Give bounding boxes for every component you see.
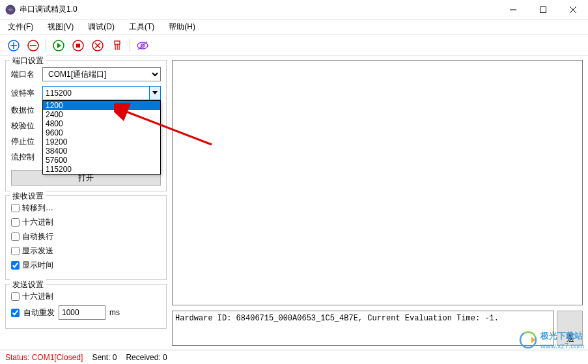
receive-output[interactable] (172, 60, 583, 305)
svg-rect-17 (115, 41, 120, 44)
send-hex-label: 十六进制 (22, 291, 53, 302)
send-hex-checkbox[interactable] (11, 292, 20, 301)
eye-icon[interactable] (134, 37, 151, 54)
recv-group-title: 接收设置 (10, 191, 46, 202)
menu-file[interactable]: 文件(F) (5, 20, 36, 34)
svg-marker-11 (57, 43, 61, 48)
remove-icon[interactable] (25, 37, 42, 54)
send-group-title: 发送设置 (10, 279, 46, 290)
right-panel: Hardware ID: 68406715_000A0653_1C5_4B7E,… (172, 56, 588, 350)
baud-option-38400[interactable]: 38400 (43, 147, 160, 156)
clear-icon[interactable] (109, 37, 126, 54)
redirect-label: 转移到… (22, 203, 53, 214)
minimize-button[interactable] (498, 0, 528, 20)
toolbar-separator (130, 39, 130, 52)
cancel-icon[interactable] (89, 37, 106, 54)
chevron-down-icon[interactable] (149, 86, 161, 100)
show-send-checkbox[interactable] (11, 247, 20, 255)
baud-option-4800[interactable]: 4800 (43, 119, 160, 128)
svg-rect-2 (540, 7, 546, 13)
toolbar-separator (46, 39, 46, 52)
auto-wrap-label: 自动换行 (22, 231, 53, 242)
show-time-label: 显示时间 (22, 260, 53, 271)
auto-resend-checkbox[interactable] (11, 309, 20, 317)
baud-rate-label: 波特率 (11, 88, 38, 99)
auto-wrap-checkbox[interactable] (11, 232, 20, 241)
status-port: Status: COM1[Closed] (5, 353, 83, 362)
recv-hex-label: 十六进制 (22, 217, 53, 228)
baud-option-115200[interactable]: 115200 (43, 165, 160, 174)
baud-rate-combo[interactable]: 115200 1200 2400 4800 9600 19200 38400 5… (42, 86, 161, 100)
baud-option-9600[interactable]: 9600 (43, 128, 160, 137)
menu-tools[interactable]: 工具(T) (126, 20, 157, 34)
data-bits-label: 数据位 (11, 105, 38, 116)
close-button[interactable] (558, 0, 588, 20)
resend-interval-input[interactable] (59, 305, 105, 320)
port-group-title: 端口设置 (10, 55, 46, 66)
port-name-select[interactable]: COM1[通信端口] (42, 67, 161, 81)
baud-option-2400[interactable]: 2400 (43, 110, 160, 119)
send-button[interactable]: 发送 (557, 311, 583, 346)
svg-rect-13 (76, 44, 80, 48)
send-textarea[interactable]: Hardware ID: 68406715_000A0653_1C5_4B7E,… (172, 311, 554, 346)
stop-bits-label: 停止位 (11, 136, 38, 147)
menu-debug[interactable]: 调试(D) (85, 20, 117, 34)
parity-label: 校验位 (11, 120, 38, 132)
menubar: 文件(F) 视图(V) 调试(D) 工具(T) 帮助(H) (0, 20, 588, 35)
status-sent: Sent: 0 (92, 353, 117, 362)
maximize-button[interactable] (528, 0, 558, 20)
menu-view[interactable]: 视图(V) (45, 20, 76, 34)
port-name-label: 端口名 (11, 69, 38, 80)
window-controls (498, 0, 588, 19)
show-send-label: 显示发送 (22, 245, 53, 257)
send-area: Hardware ID: 68406715_000A0653_1C5_4B7E,… (172, 311, 583, 346)
play-icon[interactable] (50, 37, 67, 54)
svg-marker-24 (152, 91, 158, 94)
add-icon[interactable] (5, 37, 22, 54)
baud-option-19200[interactable]: 19200 (43, 137, 160, 147)
recv-hex-checkbox[interactable] (11, 218, 20, 227)
baud-option-1200[interactable]: 1200 (43, 101, 160, 110)
auto-resend-label: 自动重发 (23, 307, 55, 318)
status-received: Received: 0 (126, 353, 167, 362)
port-settings-group: 端口设置 端口名 COM1[通信端口] 波特率 115200 1200 2400… (5, 60, 167, 191)
baud-option-57600[interactable]: 57600 (43, 156, 160, 165)
baud-rate-value: 115200 (46, 89, 72, 98)
window-title: 串口调试精灵1.0 (20, 4, 498, 15)
toolbar (0, 35, 588, 56)
titlebar: 串口调试精灵1.0 (0, 0, 588, 20)
baud-rate-dropdown: 1200 2400 4800 9600 19200 38400 57600 11… (42, 100, 161, 175)
left-panel: 端口设置 端口名 COM1[通信端口] 波特率 115200 1200 2400… (0, 56, 172, 350)
send-settings-group: 发送设置 十六进制 自动重发 ms (5, 284, 167, 329)
interval-unit: ms (109, 308, 120, 317)
statusbar: Status: COM1[Closed] Sent: 0 Received: 0 (0, 350, 588, 364)
show-time-checkbox[interactable] (11, 261, 20, 270)
app-icon (5, 5, 16, 15)
stop-icon[interactable] (70, 37, 87, 54)
flow-control-label: 流控制 (11, 152, 38, 163)
main-area: 端口设置 端口名 COM1[通信端口] 波特率 115200 1200 2400… (0, 56, 588, 350)
menu-help[interactable]: 帮助(H) (166, 20, 198, 34)
redirect-checkbox[interactable] (11, 204, 20, 212)
receive-settings-group: 接收设置 转移到… 十六进制 自动换行 显示发送 显示时间 (5, 195, 167, 280)
